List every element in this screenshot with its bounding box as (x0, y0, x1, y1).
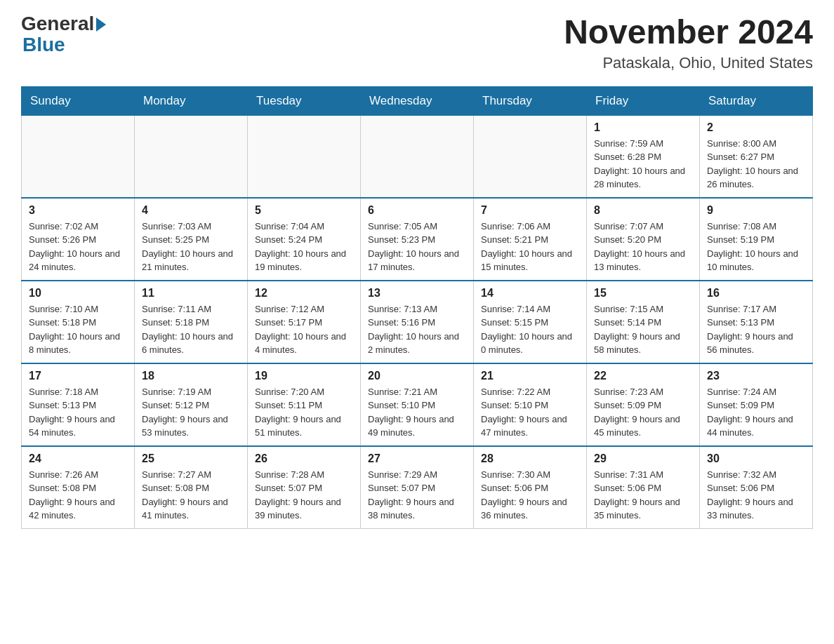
table-row: 20Sunrise: 7:21 AMSunset: 5:10 PMDayligh… (361, 363, 474, 446)
calendar-week-row: 17Sunrise: 7:18 AMSunset: 5:13 PMDayligh… (22, 363, 813, 446)
day-info: Sunrise: 7:31 AMSunset: 5:06 PMDaylight:… (594, 468, 692, 523)
day-info: Sunrise: 7:07 AMSunset: 5:20 PMDaylight:… (594, 220, 692, 274)
day-info: Sunrise: 7:18 AMSunset: 5:13 PMDaylight:… (29, 385, 127, 440)
day-number: 10 (29, 287, 127, 300)
logo-general-text: General (21, 14, 94, 34)
day-number: 18 (142, 370, 240, 382)
table-row: 12Sunrise: 7:12 AMSunset: 5:17 PMDayligh… (248, 281, 361, 363)
table-row (22, 115, 135, 198)
day-info: Sunrise: 7:12 AMSunset: 5:17 PMDaylight:… (255, 302, 353, 357)
day-info: Sunrise: 7:24 AMSunset: 5:09 PMDaylight:… (707, 385, 805, 440)
header-tuesday: Tuesday (248, 86, 361, 115)
day-info: Sunrise: 7:26 AMSunset: 5:08 PMDaylight:… (29, 468, 127, 523)
table-row (361, 115, 474, 198)
day-number: 19 (255, 370, 353, 382)
table-row: 5Sunrise: 7:04 AMSunset: 5:24 PMDaylight… (248, 198, 361, 281)
day-number: 20 (368, 370, 466, 382)
table-row: 7Sunrise: 7:06 AMSunset: 5:21 PMDaylight… (474, 198, 587, 281)
table-row: 2Sunrise: 8:00 AMSunset: 6:27 PMDaylight… (700, 115, 813, 198)
logo-triangle-icon (96, 18, 106, 32)
day-number: 7 (481, 204, 579, 217)
day-info: Sunrise: 7:21 AMSunset: 5:10 PMDaylight:… (368, 385, 466, 440)
day-info: Sunrise: 7:59 AMSunset: 6:28 PMDaylight:… (594, 137, 692, 192)
day-info: Sunrise: 7:30 AMSunset: 5:06 PMDaylight:… (481, 468, 579, 523)
table-row: 15Sunrise: 7:15 AMSunset: 5:14 PMDayligh… (587, 281, 700, 363)
table-row: 30Sunrise: 7:32 AMSunset: 5:06 PMDayligh… (700, 446, 813, 529)
day-info: Sunrise: 7:10 AMSunset: 5:18 PMDaylight:… (29, 302, 127, 357)
table-row: 23Sunrise: 7:24 AMSunset: 5:09 PMDayligh… (700, 363, 813, 446)
table-row: 19Sunrise: 7:20 AMSunset: 5:11 PMDayligh… (248, 363, 361, 446)
day-number: 24 (29, 452, 127, 465)
table-row: 25Sunrise: 7:27 AMSunset: 5:08 PMDayligh… (135, 446, 248, 529)
day-info: Sunrise: 7:06 AMSunset: 5:21 PMDaylight:… (481, 220, 579, 274)
day-number: 1 (594, 121, 692, 134)
day-number: 21 (481, 370, 579, 382)
logo-blue-text: Blue (22, 34, 65, 56)
day-info: Sunrise: 7:13 AMSunset: 5:16 PMDaylight:… (368, 302, 466, 357)
day-number: 28 (481, 452, 579, 465)
day-number: 17 (29, 370, 127, 382)
day-number: 23 (707, 370, 805, 382)
table-row: 1Sunrise: 7:59 AMSunset: 6:28 PMDaylight… (587, 115, 700, 198)
page-subtitle: Pataskala, Ohio, United States (564, 54, 813, 72)
day-info: Sunrise: 7:17 AMSunset: 5:13 PMDaylight:… (707, 302, 805, 357)
page-header: General Blue November 2024 Pataskala, Oh… (21, 14, 813, 72)
table-row: 6Sunrise: 7:05 AMSunset: 5:23 PMDaylight… (361, 198, 474, 281)
day-info: Sunrise: 7:19 AMSunset: 5:12 PMDaylight:… (142, 385, 240, 440)
table-row: 27Sunrise: 7:29 AMSunset: 5:07 PMDayligh… (361, 446, 474, 529)
day-info: Sunrise: 7:27 AMSunset: 5:08 PMDaylight:… (142, 468, 240, 523)
day-number: 22 (594, 370, 692, 382)
day-info: Sunrise: 7:23 AMSunset: 5:09 PMDaylight:… (594, 385, 692, 440)
table-row: 14Sunrise: 7:14 AMSunset: 5:15 PMDayligh… (474, 281, 587, 363)
table-row: 18Sunrise: 7:19 AMSunset: 5:12 PMDayligh… (135, 363, 248, 446)
table-row: 22Sunrise: 7:23 AMSunset: 5:09 PMDayligh… (587, 363, 700, 446)
day-info: Sunrise: 7:22 AMSunset: 5:10 PMDaylight:… (481, 385, 579, 440)
day-number: 11 (142, 287, 240, 300)
day-info: Sunrise: 7:29 AMSunset: 5:07 PMDaylight:… (368, 468, 466, 523)
logo: General Blue (21, 14, 106, 56)
header-thursday: Thursday (474, 86, 587, 115)
page-title: November 2024 (564, 14, 813, 51)
table-row: 21Sunrise: 7:22 AMSunset: 5:10 PMDayligh… (474, 363, 587, 446)
day-number: 16 (707, 287, 805, 300)
day-number: 13 (368, 287, 466, 300)
table-row: 11Sunrise: 7:11 AMSunset: 5:18 PMDayligh… (135, 281, 248, 363)
table-row: 10Sunrise: 7:10 AMSunset: 5:18 PMDayligh… (22, 281, 135, 363)
table-row (248, 115, 361, 198)
table-row: 24Sunrise: 7:26 AMSunset: 5:08 PMDayligh… (22, 446, 135, 529)
table-row: 3Sunrise: 7:02 AMSunset: 5:26 PMDaylight… (22, 198, 135, 281)
day-info: Sunrise: 8:00 AMSunset: 6:27 PMDaylight:… (707, 137, 805, 192)
day-number: 14 (481, 287, 579, 300)
day-number: 27 (368, 452, 466, 465)
table-row: 16Sunrise: 7:17 AMSunset: 5:13 PMDayligh… (700, 281, 813, 363)
calendar-week-row: 1Sunrise: 7:59 AMSunset: 6:28 PMDaylight… (22, 115, 813, 198)
day-number: 4 (142, 204, 240, 217)
day-number: 12 (255, 287, 353, 300)
day-info: Sunrise: 7:15 AMSunset: 5:14 PMDaylight:… (594, 302, 692, 357)
day-number: 8 (594, 204, 692, 217)
header-sunday: Sunday (22, 86, 135, 115)
day-number: 5 (255, 204, 353, 217)
day-number: 2 (707, 121, 805, 134)
day-info: Sunrise: 7:02 AMSunset: 5:26 PMDaylight:… (29, 220, 127, 274)
table-row: 4Sunrise: 7:03 AMSunset: 5:25 PMDaylight… (135, 198, 248, 281)
day-info: Sunrise: 7:03 AMSunset: 5:25 PMDaylight:… (142, 220, 240, 274)
day-number: 26 (255, 452, 353, 465)
table-row: 26Sunrise: 7:28 AMSunset: 5:07 PMDayligh… (248, 446, 361, 529)
day-info: Sunrise: 7:05 AMSunset: 5:23 PMDaylight:… (368, 220, 466, 274)
table-row: 29Sunrise: 7:31 AMSunset: 5:06 PMDayligh… (587, 446, 700, 529)
calendar-week-row: 3Sunrise: 7:02 AMSunset: 5:26 PMDaylight… (22, 198, 813, 281)
day-info: Sunrise: 7:08 AMSunset: 5:19 PMDaylight:… (707, 220, 805, 274)
calendar-week-row: 10Sunrise: 7:10 AMSunset: 5:18 PMDayligh… (22, 281, 813, 363)
table-row: 28Sunrise: 7:30 AMSunset: 5:06 PMDayligh… (474, 446, 587, 529)
day-info: Sunrise: 7:14 AMSunset: 5:15 PMDaylight:… (481, 302, 579, 357)
header-friday: Friday (587, 86, 700, 115)
table-row (135, 115, 248, 198)
calendar-table: Sunday Monday Tuesday Wednesday Thursday… (21, 86, 813, 529)
day-number: 30 (707, 452, 805, 465)
day-info: Sunrise: 7:11 AMSunset: 5:18 PMDaylight:… (142, 302, 240, 357)
day-number: 25 (142, 452, 240, 465)
table-row: 9Sunrise: 7:08 AMSunset: 5:19 PMDaylight… (700, 198, 813, 281)
day-info: Sunrise: 7:20 AMSunset: 5:11 PMDaylight:… (255, 385, 353, 440)
table-row: 8Sunrise: 7:07 AMSunset: 5:20 PMDaylight… (587, 198, 700, 281)
